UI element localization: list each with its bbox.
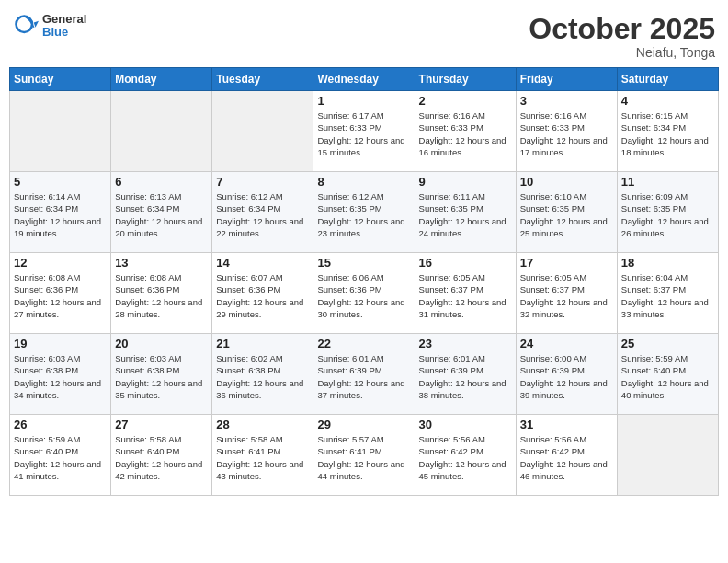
day-number: 15 xyxy=(317,256,410,270)
weekday-header-monday: Monday xyxy=(111,68,212,91)
day-number: 6 xyxy=(115,175,208,189)
day-cell: 28Sunrise: 5:58 AM Sunset: 6:41 PM Dayli… xyxy=(212,415,313,496)
weekday-header-saturday: Saturday xyxy=(617,68,718,91)
day-number: 31 xyxy=(520,418,613,431)
day-number: 26 xyxy=(14,418,107,431)
day-info: Sunrise: 6:02 AM Sunset: 6:38 PM Dayligh… xyxy=(216,352,309,401)
day-info: Sunrise: 5:56 AM Sunset: 6:42 PM Dayligh… xyxy=(520,433,613,482)
day-number: 19 xyxy=(14,337,107,350)
day-cell xyxy=(111,91,212,172)
month-title: October 2025 xyxy=(529,13,715,45)
day-cell: 16Sunrise: 6:05 AM Sunset: 6:37 PM Dayli… xyxy=(415,253,516,334)
day-number: 20 xyxy=(115,337,208,350)
day-cell xyxy=(212,91,313,172)
day-info: Sunrise: 6:04 AM Sunset: 6:37 PM Dayligh… xyxy=(621,271,714,320)
weekday-header-thursday: Thursday xyxy=(415,68,516,91)
day-info: Sunrise: 6:14 AM Sunset: 6:34 PM Dayligh… xyxy=(14,190,107,239)
day-cell: 24Sunrise: 6:00 AM Sunset: 6:39 PM Dayli… xyxy=(516,334,617,415)
day-info: Sunrise: 6:13 AM Sunset: 6:34 PM Dayligh… xyxy=(115,190,208,239)
day-cell: 21Sunrise: 6:02 AM Sunset: 6:38 PM Dayli… xyxy=(212,334,313,415)
weekday-header-tuesday: Tuesday xyxy=(212,68,313,91)
day-number: 8 xyxy=(317,175,410,189)
day-cell: 29Sunrise: 5:57 AM Sunset: 6:41 PM Dayli… xyxy=(313,415,415,496)
day-cell: 25Sunrise: 5:59 AM Sunset: 6:40 PM Dayli… xyxy=(617,334,718,415)
day-info: Sunrise: 5:56 AM Sunset: 6:42 PM Dayligh… xyxy=(419,433,512,482)
day-number: 2 xyxy=(419,94,512,108)
day-cell: 30Sunrise: 5:56 AM Sunset: 6:42 PM Dayli… xyxy=(415,415,516,496)
day-info: Sunrise: 6:17 AM Sunset: 6:33 PM Dayligh… xyxy=(317,109,410,158)
day-number: 3 xyxy=(520,94,613,108)
day-cell: 13Sunrise: 6:08 AM Sunset: 6:36 PM Dayli… xyxy=(111,253,212,334)
day-cell: 8Sunrise: 6:12 AM Sunset: 6:35 PM Daylig… xyxy=(313,172,415,253)
day-cell: 9Sunrise: 6:11 AM Sunset: 6:35 PM Daylig… xyxy=(415,172,516,253)
day-info: Sunrise: 5:58 AM Sunset: 6:41 PM Dayligh… xyxy=(216,433,309,482)
day-cell: 3Sunrise: 6:16 AM Sunset: 6:33 PM Daylig… xyxy=(516,91,617,172)
day-cell: 10Sunrise: 6:10 AM Sunset: 6:35 PM Dayli… xyxy=(516,172,617,253)
day-info: Sunrise: 6:07 AM Sunset: 6:36 PM Dayligh… xyxy=(216,271,309,320)
day-cell: 22Sunrise: 6:01 AM Sunset: 6:39 PM Dayli… xyxy=(313,334,415,415)
day-number: 5 xyxy=(14,175,107,189)
day-number: 22 xyxy=(317,337,410,350)
week-row-4: 19Sunrise: 6:03 AM Sunset: 6:38 PM Dayli… xyxy=(10,334,719,415)
day-number: 4 xyxy=(621,94,714,108)
day-cell: 23Sunrise: 6:01 AM Sunset: 6:39 PM Dayli… xyxy=(415,334,516,415)
weekday-header-row: SundayMondayTuesdayWednesdayThursdayFrid… xyxy=(10,68,719,91)
day-number: 27 xyxy=(115,418,208,431)
week-row-2: 5Sunrise: 6:14 AM Sunset: 6:34 PM Daylig… xyxy=(10,172,719,253)
day-info: Sunrise: 6:00 AM Sunset: 6:39 PM Dayligh… xyxy=(520,352,613,401)
day-cell: 12Sunrise: 6:08 AM Sunset: 6:36 PM Dayli… xyxy=(10,253,111,334)
day-number: 25 xyxy=(621,337,714,350)
logo-icon xyxy=(13,13,39,39)
day-number: 12 xyxy=(14,256,107,270)
day-info: Sunrise: 6:16 AM Sunset: 6:33 PM Dayligh… xyxy=(419,109,512,158)
header: General Blue October 2025 Neiafu, Tonga xyxy=(9,9,719,60)
week-row-3: 12Sunrise: 6:08 AM Sunset: 6:36 PM Dayli… xyxy=(10,253,719,334)
day-info: Sunrise: 6:16 AM Sunset: 6:33 PM Dayligh… xyxy=(520,109,613,158)
day-cell: 26Sunrise: 5:59 AM Sunset: 6:40 PM Dayli… xyxy=(10,415,111,496)
day-number: 9 xyxy=(419,175,512,189)
day-cell: 11Sunrise: 6:09 AM Sunset: 6:35 PM Dayli… xyxy=(617,172,718,253)
day-info: Sunrise: 5:57 AM Sunset: 6:41 PM Dayligh… xyxy=(317,433,410,482)
day-number: 29 xyxy=(317,418,410,431)
day-cell xyxy=(10,91,111,172)
day-info: Sunrise: 6:01 AM Sunset: 6:39 PM Dayligh… xyxy=(419,352,512,401)
logo-text: General Blue xyxy=(42,13,86,40)
day-number: 14 xyxy=(216,256,309,270)
day-number: 18 xyxy=(621,256,714,270)
day-info: Sunrise: 5:59 AM Sunset: 6:40 PM Dayligh… xyxy=(621,352,714,401)
day-number: 28 xyxy=(216,418,309,431)
day-number: 13 xyxy=(115,256,208,270)
day-info: Sunrise: 6:12 AM Sunset: 6:35 PM Dayligh… xyxy=(317,190,410,239)
logo-blue: Blue xyxy=(42,26,86,39)
weekday-header-wednesday: Wednesday xyxy=(313,68,415,91)
day-cell: 7Sunrise: 6:12 AM Sunset: 6:34 PM Daylig… xyxy=(212,172,313,253)
day-cell: 27Sunrise: 5:58 AM Sunset: 6:40 PM Dayli… xyxy=(111,415,212,496)
day-cell: 17Sunrise: 6:05 AM Sunset: 6:37 PM Dayli… xyxy=(516,253,617,334)
day-info: Sunrise: 6:06 AM Sunset: 6:36 PM Dayligh… xyxy=(317,271,410,320)
day-info: Sunrise: 6:08 AM Sunset: 6:36 PM Dayligh… xyxy=(14,271,107,320)
day-number: 16 xyxy=(419,256,512,270)
day-info: Sunrise: 6:01 AM Sunset: 6:39 PM Dayligh… xyxy=(317,352,410,401)
day-info: Sunrise: 5:58 AM Sunset: 6:40 PM Dayligh… xyxy=(115,433,208,482)
svg-point-0 xyxy=(17,17,33,33)
day-number: 23 xyxy=(419,337,512,350)
day-cell: 31Sunrise: 5:56 AM Sunset: 6:42 PM Dayli… xyxy=(516,415,617,496)
day-info: Sunrise: 6:08 AM Sunset: 6:36 PM Dayligh… xyxy=(115,271,208,320)
day-info: Sunrise: 6:15 AM Sunset: 6:34 PM Dayligh… xyxy=(621,109,714,158)
day-info: Sunrise: 6:12 AM Sunset: 6:34 PM Dayligh… xyxy=(216,190,309,239)
day-info: Sunrise: 6:05 AM Sunset: 6:37 PM Dayligh… xyxy=(419,271,512,320)
day-number: 11 xyxy=(621,175,714,189)
day-cell: 6Sunrise: 6:13 AM Sunset: 6:34 PM Daylig… xyxy=(111,172,212,253)
location: Neiafu, Tonga xyxy=(529,45,715,60)
week-row-5: 26Sunrise: 5:59 AM Sunset: 6:40 PM Dayli… xyxy=(10,415,719,496)
day-info: Sunrise: 6:03 AM Sunset: 6:38 PM Dayligh… xyxy=(14,352,107,401)
day-info: Sunrise: 6:09 AM Sunset: 6:35 PM Dayligh… xyxy=(621,190,714,239)
day-info: Sunrise: 5:59 AM Sunset: 6:40 PM Dayligh… xyxy=(14,433,107,482)
page: General Blue October 2025 Neiafu, Tonga … xyxy=(0,0,728,563)
day-number: 24 xyxy=(520,337,613,350)
day-cell: 19Sunrise: 6:03 AM Sunset: 6:38 PM Dayli… xyxy=(10,334,111,415)
day-number: 10 xyxy=(520,175,613,189)
day-cell xyxy=(617,415,718,496)
logo: General Blue xyxy=(13,13,86,40)
title-section: October 2025 Neiafu, Tonga xyxy=(529,13,715,60)
